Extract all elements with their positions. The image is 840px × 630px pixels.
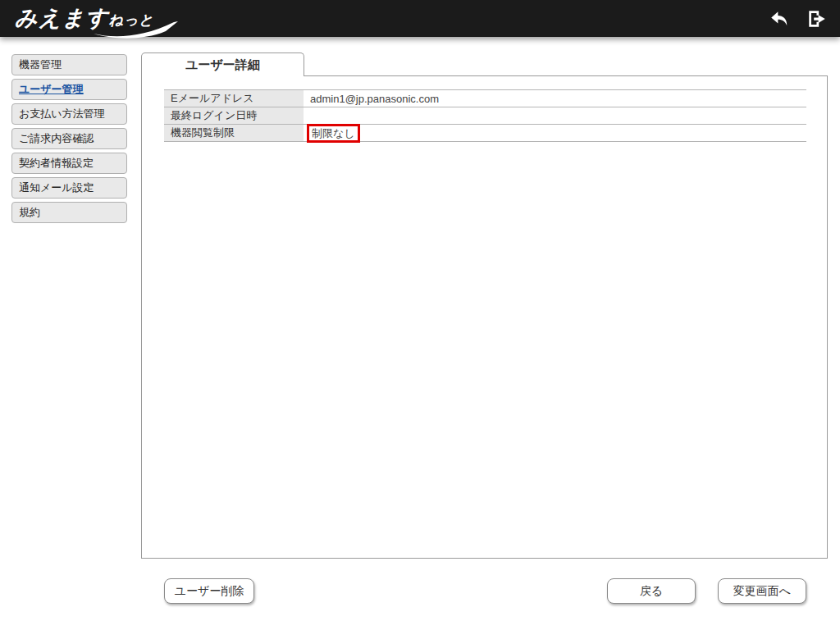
delete-user-button[interactable]: ユーザー削除	[164, 578, 254, 604]
sidebar-item-billing-confirmation[interactable]: ご請求内容確認	[11, 128, 127, 149]
highlight-box[interactable]: 制限なし	[307, 124, 360, 143]
logo-swoosh-icon	[94, 21, 180, 39]
last-login-label: 最終ログイン日時	[164, 107, 304, 125]
email-value: admin1@jp.panasonic.com	[304, 90, 806, 107]
sidebar-item-terms[interactable]: 規約	[11, 202, 127, 223]
device-view-restriction-value: 制限なし	[304, 125, 806, 142]
back-arrow-icon[interactable]	[768, 7, 791, 30]
sidebar-item-mail-settings[interactable]: 通知メール設定	[11, 177, 127, 199]
table-row: 最終ログイン日時	[164, 107, 806, 125]
email-label: Eメールアドレス	[164, 90, 304, 107]
sidebar-item-payment-management[interactable]: お支払い方法管理	[11, 103, 127, 125]
last-login-value	[304, 107, 806, 125]
detail-panel: Eメールアドレス admin1@jp.panasonic.com 最終ログイン日…	[141, 75, 828, 559]
user-detail-table: Eメールアドレス admin1@jp.panasonic.com 最終ログイン日…	[164, 89, 806, 142]
tab-user-detail[interactable]: ユーザー詳細	[141, 52, 304, 76]
device-view-restriction-label: 機器閲覧制限	[164, 125, 304, 142]
logout-icon[interactable]	[806, 7, 829, 30]
sidebar-item-device-management[interactable]: 機器管理	[11, 54, 127, 75]
app-header: みえますねっと	[0, 0, 840, 37]
table-row: Eメールアドレス admin1@jp.panasonic.com	[164, 90, 806, 107]
change-screen-button[interactable]: 変更画面へ	[718, 578, 806, 604]
sidebar-item-contractor-settings[interactable]: 契約者情報設定	[11, 153, 127, 174]
sidebar-nav: 機器管理 ユーザー管理 お支払い方法管理 ご請求内容確認 契約者情報設定 通知メ…	[11, 54, 127, 226]
sidebar-item-user-management[interactable]: ユーザー管理	[11, 79, 127, 100]
back-button[interactable]: 戻る	[607, 578, 696, 604]
app-logo[interactable]: みえますねっと	[15, 3, 154, 36]
table-row: 機器閲覧制限 制限なし	[164, 125, 806, 142]
